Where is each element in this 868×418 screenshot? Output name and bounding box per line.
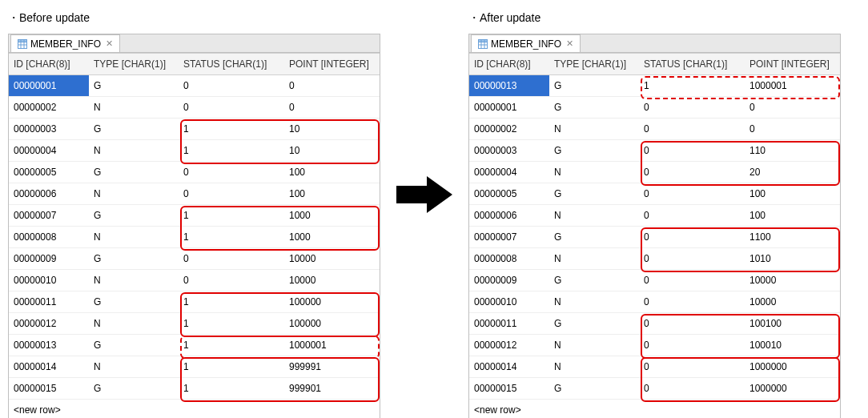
cell-id[interactable]: 00000013 <box>9 335 89 356</box>
table-row[interactable]: 00000009G010000 <box>9 248 380 270</box>
cell-type[interactable]: N <box>549 291 639 313</box>
table-row[interactable]: 00000014N1999991 <box>9 356 380 378</box>
before-grid[interactable]: ID [CHAR(8)] TYPE [CHAR(1)] STATUS [CHAR… <box>8 52 380 418</box>
cell-point[interactable]: 10 <box>284 140 380 162</box>
cell-status[interactable]: 0 <box>639 313 745 335</box>
cell-status[interactable]: 0 <box>639 97 745 119</box>
cell-point[interactable]: 1000001 <box>284 335 380 356</box>
cell-id[interactable]: 00000011 <box>469 313 549 335</box>
table-row[interactable]: 00000002N00 <box>469 119 840 140</box>
cell-point[interactable]: 0 <box>284 97 380 119</box>
table-row[interactable]: 00000011G1100000 <box>9 291 380 313</box>
cell-point[interactable]: 10 <box>284 119 380 140</box>
col-header-type[interactable]: TYPE [CHAR(1)] <box>549 54 639 75</box>
col-header-type[interactable]: TYPE [CHAR(1)] <box>89 54 179 75</box>
cell-id[interactable]: 00000007 <box>469 227 549 248</box>
table-row[interactable]: 00000009G010000 <box>469 270 840 291</box>
cell-point[interactable]: 20 <box>745 162 840 183</box>
cell-status[interactable]: 0 <box>639 183 745 205</box>
cell-type[interactable]: N <box>89 97 179 119</box>
table-row[interactable]: 00000013G11000001 <box>9 335 380 356</box>
col-header-status[interactable]: STATUS [CHAR(1)] <box>179 54 284 75</box>
cell-status[interactable]: 0 <box>639 335 745 356</box>
cell-status[interactable]: 0 <box>179 183 284 205</box>
cell-type[interactable]: G <box>549 183 639 205</box>
cell-point[interactable]: 999901 <box>284 378 380 400</box>
table-row[interactable]: 00000015G01000000 <box>469 378 840 400</box>
table-row[interactable]: 00000001G00 <box>9 75 380 97</box>
cell-status[interactable]: 0 <box>639 356 745 378</box>
cell-status[interactable]: 1 <box>179 140 284 162</box>
cell-status[interactable]: 1 <box>639 75 745 97</box>
cell-type[interactable]: G <box>89 162 179 183</box>
cell-status[interactable]: 0 <box>179 248 284 270</box>
cell-type[interactable]: G <box>549 75 639 97</box>
table-row[interactable]: 00000012N1100000 <box>9 313 380 335</box>
cell-id[interactable]: 00000003 <box>9 119 89 140</box>
cell-type[interactable]: N <box>89 140 179 162</box>
cell-id[interactable]: 00000012 <box>9 313 89 335</box>
cell-id[interactable]: 00000010 <box>9 270 89 291</box>
cell-status[interactable]: 0 <box>639 119 745 140</box>
cell-type[interactable]: G <box>549 227 639 248</box>
cell-status[interactable]: 1 <box>179 119 284 140</box>
close-icon[interactable]: ✕ <box>565 39 573 48</box>
cell-id[interactable]: 00000005 <box>9 162 89 183</box>
cell-id[interactable]: 00000004 <box>9 140 89 162</box>
table-row[interactable]: 00000010N010000 <box>469 291 840 313</box>
cell-empty[interactable] <box>745 400 840 419</box>
table-row[interactable]: 00000008N11000 <box>9 227 380 248</box>
cell-id[interactable]: 00000014 <box>469 356 549 378</box>
cell-point[interactable]: 1000000 <box>745 356 840 378</box>
cell-point[interactable]: 0 <box>745 119 840 140</box>
cell-status[interactable]: 1 <box>179 356 284 378</box>
cell-status[interactable]: 0 <box>179 162 284 183</box>
cell-status[interactable]: 1 <box>179 378 284 400</box>
cell-type[interactable]: N <box>89 356 179 378</box>
cell-status[interactable]: 0 <box>639 378 745 400</box>
cell-type[interactable]: G <box>89 291 179 313</box>
cell-type[interactable]: N <box>549 335 639 356</box>
cell-id[interactable]: 00000012 <box>469 335 549 356</box>
table-row[interactable]: 00000011G0100100 <box>469 313 840 335</box>
tab-member-info[interactable]: MEMBER_INFO ✕ <box>10 34 120 52</box>
cell-type[interactable]: G <box>89 119 179 140</box>
cell-type[interactable]: N <box>89 183 179 205</box>
cell-empty[interactable] <box>639 400 745 419</box>
table-row[interactable]: 00000006N0100 <box>469 205 840 227</box>
cell-type[interactable]: N <box>89 227 179 248</box>
table-row[interactable]: 00000004N020 <box>469 162 840 183</box>
new-row[interactable]: <new row> <box>9 400 380 419</box>
cell-id[interactable]: 00000010 <box>469 291 549 313</box>
cell-point[interactable]: 100 <box>284 162 380 183</box>
cell-empty[interactable] <box>179 400 284 419</box>
cell-type[interactable]: G <box>89 378 179 400</box>
cell-id[interactable]: 00000015 <box>469 378 549 400</box>
cell-point[interactable]: 100100 <box>745 313 840 335</box>
cell-status[interactable]: 1 <box>179 227 284 248</box>
tab-member-info[interactable]: MEMBER_INFO ✕ <box>471 34 581 52</box>
table-row[interactable]: 00000003G0110 <box>469 140 840 162</box>
cell-status[interactable]: 0 <box>639 291 745 313</box>
cell-status[interactable]: 1 <box>179 291 284 313</box>
cell-type[interactable]: G <box>89 205 179 227</box>
cell-status[interactable]: 0 <box>639 248 745 270</box>
table-row[interactable]: 00000003G110 <box>9 119 380 140</box>
cell-point[interactable]: 1000001 <box>745 75 840 97</box>
table-row[interactable]: 00000010N010000 <box>9 270 380 291</box>
table-row[interactable]: 00000005G0100 <box>469 183 840 205</box>
cell-status[interactable]: 0 <box>639 227 745 248</box>
col-header-point[interactable]: POINT [INTEGER] <box>745 54 840 75</box>
cell-empty[interactable] <box>89 400 179 419</box>
cell-id[interactable]: 00000006 <box>9 183 89 205</box>
cell-id[interactable]: 00000011 <box>9 291 89 313</box>
cell-status[interactable]: 0 <box>639 140 745 162</box>
cell-type[interactable]: G <box>549 378 639 400</box>
cell-id[interactable]: 00000008 <box>469 248 549 270</box>
table-row[interactable]: 00000014N01000000 <box>469 356 840 378</box>
cell-point[interactable]: 0 <box>284 75 380 97</box>
after-grid[interactable]: ID [CHAR(8)] TYPE [CHAR(1)] STATUS [CHAR… <box>468 52 841 418</box>
cell-id[interactable]: 00000015 <box>9 378 89 400</box>
cell-point[interactable]: 1000 <box>284 227 380 248</box>
cell-status[interactable]: 0 <box>179 75 284 97</box>
